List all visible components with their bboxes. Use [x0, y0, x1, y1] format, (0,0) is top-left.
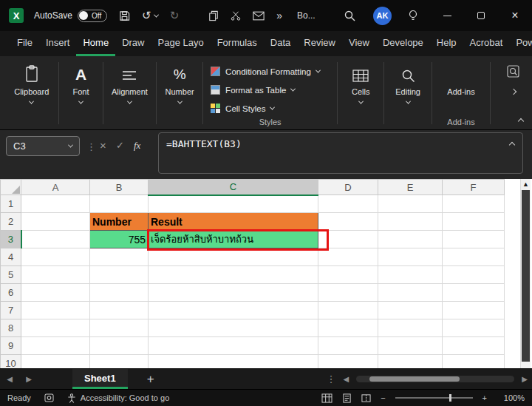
name-box-chevron-icon[interactable]: [68, 143, 73, 148]
zoom-in-icon[interactable]: +: [482, 393, 487, 402]
maximize-button[interactable]: [464, 0, 498, 31]
page-break-view-icon[interactable]: [361, 393, 371, 403]
cell-A9[interactable]: [21, 337, 90, 355]
column-header-F[interactable]: F: [443, 180, 505, 195]
tab-draw[interactable]: Draw: [115, 31, 151, 56]
cell-E1[interactable]: [378, 195, 443, 213]
cell-B8[interactable]: [90, 319, 149, 337]
cell-C5[interactable]: [149, 266, 318, 284]
ribbon-group-clipboard[interactable]: Clipboard: [9, 61, 54, 129]
excel-app-icon[interactable]: X: [9, 8, 24, 23]
ribbon-scroll-right-icon[interactable]: [511, 89, 516, 95]
vertical-scrollbar-thumb[interactable]: [522, 190, 530, 362]
tab-acrobat[interactable]: Acrobat: [463, 31, 510, 56]
select-all-corner[interactable]: [1, 180, 21, 195]
cell-F8[interactable]: [443, 319, 505, 337]
row-header-4[interactable]: 4: [1, 248, 21, 266]
cell-B10[interactable]: [90, 355, 149, 369]
tab-power-pivot[interactable]: Power Piv: [509, 31, 532, 56]
cell-A8[interactable]: [21, 319, 90, 337]
tab-home[interactable]: Home: [76, 31, 115, 56]
close-button[interactable]: ×: [498, 0, 532, 31]
zoom-level[interactable]: 100%: [497, 393, 525, 402]
ribbon-group-alignment[interactable]: Alignment: [108, 61, 152, 129]
cell-E5[interactable]: [378, 266, 443, 284]
tab-developer[interactable]: Develope: [376, 31, 430, 56]
account-avatar[interactable]: AK: [373, 7, 392, 25]
hscroll-left-icon[interactable]: ◀: [344, 375, 349, 383]
cell-A4[interactable]: [21, 248, 90, 266]
cell-D5[interactable]: [318, 266, 378, 284]
row-header-1[interactable]: 1: [1, 195, 21, 213]
tab-data[interactable]: Data: [264, 31, 297, 56]
cell-D8[interactable]: [318, 319, 378, 337]
tab-view[interactable]: View: [342, 31, 376, 56]
scroll-up-icon[interactable]: ▲: [521, 179, 531, 189]
cut-icon[interactable]: [231, 10, 241, 21]
cell-F6[interactable]: [443, 284, 505, 302]
save-icon[interactable]: [119, 10, 130, 21]
cell-C4[interactable]: [149, 248, 318, 266]
cell-D10[interactable]: [318, 355, 378, 369]
column-header-D[interactable]: D: [318, 180, 378, 195]
column-header-B[interactable]: B: [90, 180, 149, 195]
confirm-entry-icon[interactable]: ✓: [116, 140, 124, 151]
cell-C1[interactable]: [149, 195, 318, 213]
cell-E9[interactable]: [378, 337, 443, 355]
sheet-nav-left-icon[interactable]: ◀: [0, 369, 19, 389]
cell-F5[interactable]: [443, 266, 505, 284]
cell-styles-button[interactable]: Cell Styles: [208, 99, 332, 118]
analyze-data-icon[interactable]: [507, 65, 519, 78]
horizontal-scrollbar-thumb[interactable]: [369, 376, 460, 382]
ribbon-group-cells[interactable]: Cells: [342, 61, 379, 129]
ribbon-group-number[interactable]: % Number: [161, 61, 198, 129]
mail-icon[interactable]: [253, 11, 265, 21]
cell-E7[interactable]: [378, 302, 443, 319]
zoom-slider[interactable]: [395, 397, 473, 399]
lightbulb-icon[interactable]: [408, 10, 418, 21]
row-header-5[interactable]: 5: [1, 266, 21, 284]
tab-formulas[interactable]: Formulas: [211, 31, 264, 56]
row-header-3[interactable]: 3: [1, 231, 21, 248]
cell-B3[interactable]: 755: [90, 231, 149, 248]
cell-D7[interactable]: [318, 302, 378, 319]
cell-F3[interactable]: [443, 231, 505, 248]
tab-page-layout[interactable]: Page Layo: [151, 31, 211, 56]
ribbon-group-editing[interactable]: Editing: [389, 61, 427, 129]
cancel-entry-icon[interactable]: ×: [100, 139, 106, 152]
cell-C3-active[interactable]: เจ็ดร้อยห้าสิบห้าบาทถ้วน: [149, 231, 318, 248]
cell-D1[interactable]: [318, 195, 378, 213]
addins-button[interactable]: Add-ins: [437, 61, 485, 96]
conditional-formatting-button[interactable]: Conditional Formatting: [208, 62, 332, 81]
cell-B7[interactable]: [90, 302, 149, 319]
cell-A5[interactable]: [21, 266, 90, 284]
cell-D4[interactable]: [318, 248, 378, 266]
cell-E8[interactable]: [378, 319, 443, 337]
autosave-toggle[interactable]: Off: [78, 10, 107, 22]
hscroll-right-icon[interactable]: ▶: [522, 375, 528, 383]
formula-bar-collapse-icon[interactable]: [509, 142, 515, 148]
row-header-2[interactable]: 2: [1, 213, 21, 231]
insert-function-icon[interactable]: fx: [134, 140, 140, 152]
minimize-button[interactable]: [430, 0, 464, 31]
cell-E10[interactable]: [378, 355, 443, 369]
cell-C9[interactable]: [149, 337, 318, 355]
column-header-A[interactable]: A: [21, 180, 90, 195]
cell-E3[interactable]: [378, 231, 443, 248]
cell-F1[interactable]: [443, 195, 505, 213]
cell-F7[interactable]: [443, 302, 505, 319]
cell-F9[interactable]: [443, 337, 505, 355]
cell-D9[interactable]: [318, 337, 378, 355]
autosave-control[interactable]: AutoSave Off: [34, 10, 107, 22]
format-as-table-button[interactable]: Format as Table: [208, 81, 332, 99]
cell-B9[interactable]: [90, 337, 149, 355]
cell-C7[interactable]: [149, 302, 318, 319]
row-header-6[interactable]: 6: [1, 284, 21, 302]
redo-button[interactable]: ↻: [170, 9, 180, 22]
copy-icon[interactable]: [208, 10, 219, 21]
cell-D2[interactable]: [318, 213, 378, 231]
formula-input[interactable]: =BAHTTEXT(B3): [158, 132, 523, 174]
cell-A3[interactable]: [21, 231, 90, 248]
undo-chevron-icon[interactable]: [154, 12, 159, 17]
page-layout-view-icon[interactable]: [342, 393, 352, 403]
